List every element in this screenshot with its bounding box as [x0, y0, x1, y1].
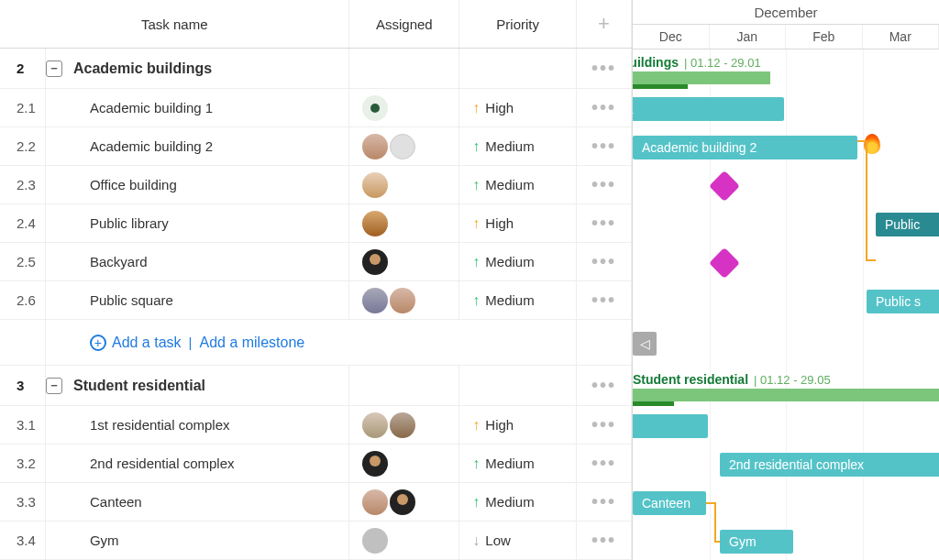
- priority-arrow-icon: ↑: [472, 494, 480, 511]
- avatar[interactable]: [390, 288, 415, 313]
- col-assigned[interactable]: Assigned: [349, 0, 459, 48]
- priority-label: High: [485, 215, 514, 231]
- gantt-group-progress: [633, 401, 674, 406]
- task-priority[interactable]: ↑Medium: [459, 483, 577, 521]
- gantt-bar[interactable]: lding 1: [633, 97, 784, 121]
- task-assigned[interactable]: [349, 483, 459, 521]
- add-column-button[interactable]: +: [577, 0, 632, 48]
- avatar[interactable]: [362, 134, 388, 159]
- gantt-bar[interactable]: Public s: [867, 290, 939, 313]
- group-name[interactable]: −Academic buildings: [46, 49, 349, 88]
- row-actions[interactable]: •••: [577, 89, 632, 126]
- row-actions[interactable]: •••: [577, 49, 632, 88]
- priority-arrow-icon: ↑: [472, 177, 480, 193]
- task-name[interactable]: Backyard: [46, 243, 350, 280]
- task-name[interactable]: Academic building 1: [46, 89, 350, 126]
- row-actions[interactable]: •••: [577, 243, 632, 280]
- avatar[interactable]: [390, 134, 415, 159]
- avatar[interactable]: [362, 172, 388, 198]
- group-priority[interactable]: [459, 366, 577, 405]
- collapse-toggle[interactable]: −: [46, 60, 62, 77]
- collapse-toggle[interactable]: −: [46, 378, 62, 394]
- add-task-link[interactable]: +Add a task: [90, 335, 182, 351]
- task-priority[interactable]: ↑High: [459, 406, 577, 444]
- gantt-bar[interactable]: Canteen: [633, 491, 706, 515]
- gantt-bar[interactable]: Public: [876, 213, 939, 236]
- timeline-title: December: [633, 0, 939, 25]
- row-actions[interactable]: •••: [577, 522, 632, 559]
- plus-icon: +: [598, 12, 610, 36]
- task-priority[interactable]: ↑Medium: [459, 281, 577, 319]
- task-assigned[interactable]: [349, 127, 459, 165]
- gantt-bar[interactable]: 2nd residential complex: [720, 453, 939, 477]
- gantt-bar[interactable]: Academic building 2: [633, 136, 857, 159]
- avatar[interactable]: [362, 412, 388, 438]
- gantt-body[interactable]: emic buildings| 01.12 - 29.01lding 1Acad…: [633, 49, 939, 560]
- group-assigned[interactable]: [349, 366, 459, 405]
- group-name[interactable]: −Student residential: [46, 366, 349, 405]
- avatar[interactable]: [362, 489, 388, 515]
- task-name[interactable]: Canteen: [46, 483, 350, 521]
- task-name[interactable]: Public square: [46, 281, 350, 319]
- row-actions[interactable]: •••: [577, 445, 632, 482]
- task-priority[interactable]: ↑Medium: [459, 166, 577, 203]
- month-dec[interactable]: Dec: [633, 25, 710, 49]
- task-name[interactable]: Public library: [46, 204, 350, 242]
- col-task-name[interactable]: Task name: [0, 0, 349, 48]
- gantt-group-progress: [633, 84, 688, 89]
- task-assigned[interactable]: [349, 204, 459, 242]
- task-assigned[interactable]: [349, 406, 459, 444]
- group-assigned[interactable]: [349, 49, 459, 88]
- priority-arrow-icon: ↑: [472, 254, 480, 270]
- gantt-collapse-button[interactable]: ◁: [633, 332, 657, 356]
- task-assigned[interactable]: [349, 522, 459, 559]
- col-priority[interactable]: Priority: [459, 0, 577, 48]
- gantt-bar[interactable]: Gym: [720, 530, 793, 554]
- task-name[interactable]: Academic building 2: [46, 127, 350, 165]
- month-mar[interactable]: Mar: [863, 25, 940, 49]
- month-feb[interactable]: Feb: [786, 25, 863, 49]
- task-assigned[interactable]: [349, 89, 459, 126]
- task-priority[interactable]: ↓Low: [459, 522, 577, 559]
- task-priority[interactable]: ↑Medium: [459, 445, 577, 482]
- priority-label: Medium: [485, 254, 534, 269]
- add-milestone-link[interactable]: Add a milestone: [199, 335, 304, 351]
- row-actions[interactable]: •••: [577, 406, 632, 444]
- gantt-group-bar[interactable]: [633, 71, 770, 84]
- gantt-bar[interactable]: complex: [633, 414, 708, 438]
- priority-arrow-icon: ↓: [472, 533, 480, 549]
- task-name[interactable]: 2nd residential complex: [46, 445, 350, 482]
- row-actions[interactable]: •••: [577, 204, 632, 242]
- task-assigned[interactable]: [349, 445, 459, 482]
- avatar[interactable]: [362, 95, 388, 121]
- task-priority[interactable]: ↑Medium: [459, 243, 577, 280]
- avatar[interactable]: [390, 489, 415, 515]
- group-priority[interactable]: [459, 49, 577, 88]
- task-name[interactable]: 1st residential complex: [46, 406, 350, 444]
- gantt-group-bar[interactable]: [633, 389, 939, 401]
- milestone-diamond[interactable]: [709, 170, 740, 202]
- task-priority[interactable]: ↑High: [459, 204, 577, 242]
- avatar[interactable]: [362, 288, 388, 313]
- task-assigned[interactable]: [349, 281, 459, 319]
- task-wbs: 3.1: [0, 406, 46, 444]
- row-actions[interactable]: •••: [577, 483, 632, 521]
- milestone-diamond[interactable]: [709, 247, 740, 279]
- avatar[interactable]: [362, 528, 388, 554]
- task-priority[interactable]: ↑High: [459, 89, 577, 126]
- row-actions[interactable]: •••: [577, 281, 632, 319]
- task-assigned[interactable]: [349, 243, 459, 280]
- row-actions[interactable]: •••: [577, 166, 632, 203]
- gantt-panel: December DecJanFebMar emic buildings| 01…: [633, 0, 939, 560]
- task-name[interactable]: Gym: [46, 522, 350, 559]
- row-actions[interactable]: •••: [577, 366, 632, 405]
- month-jan[interactable]: Jan: [710, 25, 787, 49]
- task-name[interactable]: Office building: [46, 166, 350, 203]
- row-actions[interactable]: •••: [577, 127, 632, 165]
- avatar[interactable]: [362, 249, 388, 275]
- avatar[interactable]: [362, 451, 388, 477]
- task-priority[interactable]: ↑Medium: [459, 127, 577, 165]
- avatar[interactable]: [362, 211, 388, 236]
- task-assigned[interactable]: [349, 166, 459, 203]
- avatar[interactable]: [390, 412, 415, 438]
